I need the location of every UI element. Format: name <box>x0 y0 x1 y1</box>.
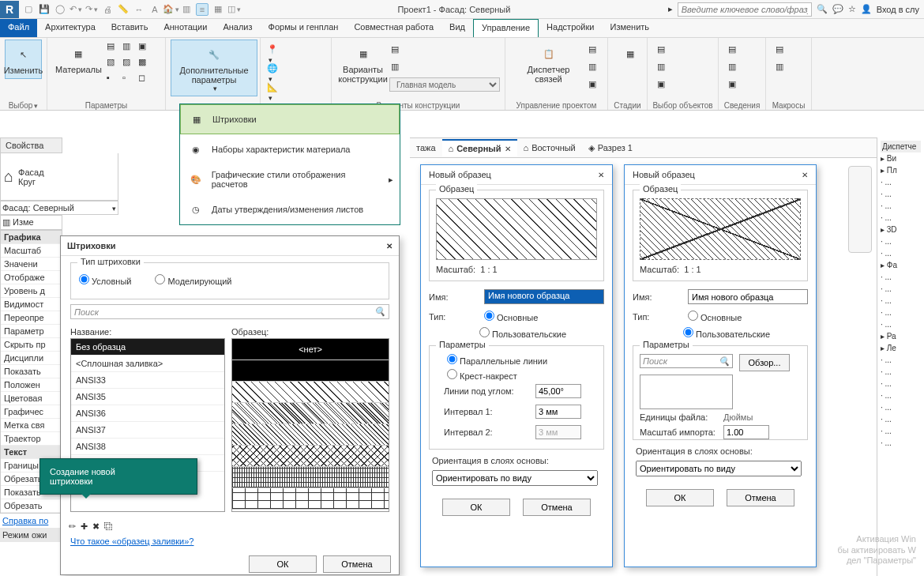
radio-model[interactable]: Моделирующий <box>155 274 231 286</box>
object-styles-icon[interactable]: ▤ <box>107 41 119 54</box>
tab-insert[interactable]: Вставить <box>103 19 156 37</box>
chat-icon[interactable]: 💬 <box>832 4 843 14</box>
view-tab-east[interactable]: ⌂ Восточный <box>517 140 582 156</box>
browser-item[interactable]: · ... <box>881 401 921 413</box>
browser-item[interactable]: · ... <box>881 378 921 390</box>
cancel-button[interactable]: Отмена <box>523 499 591 516</box>
coordinates-icon[interactable]: 🌐 <box>267 63 280 76</box>
phases-button[interactable]: ▦ <box>613 40 648 68</box>
switch-windows-icon[interactable]: ◫ <box>227 3 240 16</box>
list-item[interactable]: Без образца <box>71 339 224 356</box>
property-row[interactable]: Траектор <box>1 432 62 446</box>
pattern-search-input[interactable]: Поиск 🔍 <box>70 304 389 319</box>
close-icon[interactable] <box>386 241 393 250</box>
browser-item[interactable]: ▸ Ра <box>881 330 921 342</box>
materials-button[interactable]: ▦ Материалы <box>52 40 105 87</box>
list-item[interactable]: ANSI36 <box>71 405 224 422</box>
3d-view-icon[interactable]: 🏠 <box>164 3 177 16</box>
save-icon[interactable]: 💾 <box>38 3 51 16</box>
browser-item[interactable]: · ... <box>881 366 921 378</box>
decal-types-icon[interactable]: ▥ <box>588 62 601 74</box>
modify-button[interactable]: ↖ Изменить <box>5 40 42 79</box>
snaps-icon[interactable]: ▥ <box>122 41 135 54</box>
close-tab-icon[interactable] <box>505 144 511 153</box>
warnings-icon[interactable]: ▣ <box>728 79 741 92</box>
dropdown-item-analysis-display[interactable]: 🎨 Графические стили отображения расчетов… <box>180 164 400 194</box>
design-options-button[interactable]: ▦ Варианты конструкции <box>336 40 389 87</box>
manage-links-button[interactable]: 📋 Диспетчер связей <box>510 40 587 93</box>
structural-settings-icon[interactable]: ▫ <box>122 73 135 85</box>
dim-icon[interactable]: ↔ <box>133 3 145 16</box>
orientation-select[interactable]: Ориентировать по виду <box>636 461 802 476</box>
sync-icon[interactable]: ◯ <box>54 3 66 16</box>
pick-to-edit-icon[interactable]: ▥ <box>391 62 404 74</box>
property-row[interactable]: Параметр <box>1 325 62 338</box>
type-basic-radio[interactable]: Основные <box>484 311 538 322</box>
list-item[interactable]: ANSI38 <box>71 439 224 455</box>
property-row[interactable]: Масштаб <box>1 244 62 258</box>
browser-item[interactable]: · ... <box>881 437 921 449</box>
user-icon[interactable]: 👤 <box>861 4 872 14</box>
tab-addins[interactable]: Надстройки <box>539 19 602 37</box>
property-row[interactable]: Дисципли <box>1 352 62 365</box>
starting-view-icon[interactable]: ▣ <box>588 79 601 92</box>
property-row[interactable]: Графичес <box>1 405 62 419</box>
property-row[interactable]: Скрыть пр <box>1 338 62 352</box>
edit-type-icon[interactable]: ▥ <box>2 217 10 228</box>
browser-item[interactable]: · ... <box>881 188 921 200</box>
project-units-icon[interactable]: ▩ <box>138 57 151 70</box>
properties-instance-selector[interactable]: Фасад: Северный <box>0 201 118 215</box>
property-row[interactable]: Переопре <box>1 311 62 325</box>
browser-item[interactable]: · ... <box>881 176 921 188</box>
properties-type-selector[interactable]: ⌂ Фасад Круг <box>0 153 118 201</box>
tab-manage[interactable]: Управление <box>473 19 539 37</box>
ids-of-selection-icon[interactable]: ▤ <box>728 44 741 57</box>
transfer-standards-icon[interactable]: ▨ <box>122 57 135 70</box>
radio-drafting[interactable]: Условный <box>79 274 131 286</box>
type-custom-radio[interactable]: Пользовательские <box>479 327 604 339</box>
open-icon[interactable]: ▢ <box>22 3 35 16</box>
navigation-bar[interactable] <box>848 166 872 253</box>
text-icon[interactable]: A <box>148 3 161 16</box>
import-scale-input[interactable] <box>723 425 769 439</box>
tab-annotations[interactable]: Аннотации <box>156 19 215 37</box>
ok-button[interactable]: ОК <box>249 555 317 573</box>
browser-item[interactable]: · ... <box>881 318 921 330</box>
duplicate-pattern-icon[interactable]: ⿻ <box>104 521 113 532</box>
sign-in-link[interactable]: Вход в слу <box>877 5 919 14</box>
browser-item[interactable]: · ... <box>881 354 921 366</box>
property-row[interactable]: Уровень д <box>1 284 62 298</box>
interval1-input[interactable] <box>535 405 581 419</box>
property-row[interactable]: Обрезать <box>1 499 62 513</box>
select-by-id-icon[interactable]: ▥ <box>728 62 741 74</box>
ok-button[interactable]: ОК <box>646 489 714 506</box>
shared-params-icon[interactable]: ▧ <box>107 57 119 70</box>
orientation-select[interactable]: Ориентировать по виду <box>432 470 598 486</box>
thin-lines-icon[interactable]: ≡ <box>196 3 208 16</box>
browser-item[interactable]: · ... <box>881 271 921 283</box>
browser-item[interactable]: ▸ Ви <box>881 152 921 164</box>
dropdown-item-sheet-issues[interactable]: ◷ Даты утверждения/изменения листов <box>180 194 400 224</box>
property-row[interactable]: Показать <box>1 365 62 378</box>
dropdown-item-hatch[interactable]: ▦ Штриховки <box>180 104 400 134</box>
dropdown-item-material-assets[interactable]: ◉ Наборы характеристик материала <box>180 134 400 164</box>
measure-icon[interactable]: 📏 <box>117 3 130 16</box>
tab-view[interactable]: Вид <box>441 19 473 37</box>
view-tab-plan[interactable]: тажа <box>410 140 442 156</box>
tab-analysis[interactable]: Анализ <box>215 19 260 37</box>
position-icon[interactable]: 📐 <box>267 82 280 95</box>
close-icon[interactable] <box>598 170 604 179</box>
sel-edit-icon[interactable]: ▣ <box>657 79 670 92</box>
sel-load-icon[interactable]: ▥ <box>657 62 670 74</box>
project-info-icon[interactable]: ▣ <box>138 41 151 54</box>
tab-collab[interactable]: Совместная работа <box>346 19 441 37</box>
tab-architecture[interactable]: Архитектура <box>37 19 103 37</box>
add-to-set-icon[interactable]: ▤ <box>391 44 404 57</box>
list-item[interactable]: ANSI37 <box>71 422 224 439</box>
cross-radio[interactable]: Крест-накрест <box>447 369 517 381</box>
location-icon[interactable]: 📍 <box>267 44 280 57</box>
property-row[interactable]: Метка свя <box>1 419 62 432</box>
browser-item[interactable]: · ... <box>881 413 921 425</box>
parallel-radio[interactable]: Параллельные линии <box>447 356 547 366</box>
sel-save-icon[interactable]: ▤ <box>657 44 670 57</box>
